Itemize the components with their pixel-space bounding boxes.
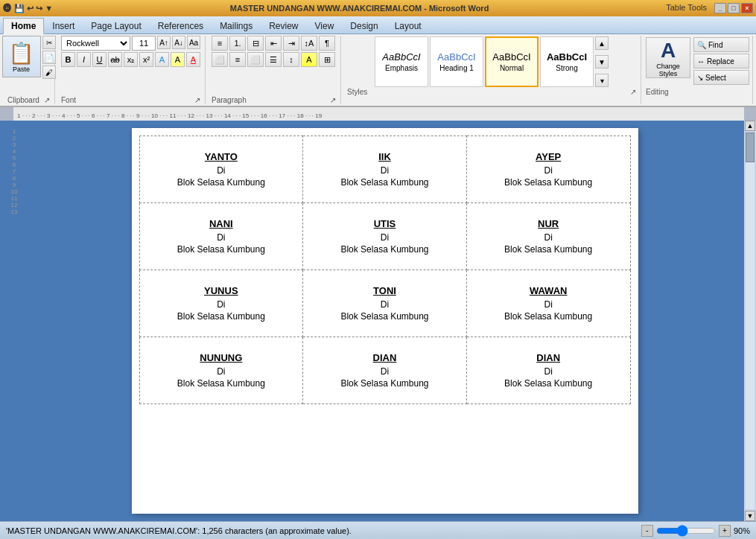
tab-page-layout[interactable]: Page Layout (83, 18, 149, 34)
styles-scroll-up[interactable]: ▲ (595, 36, 609, 50)
title-bar-title: MASTER UNDANGAN WWW.ANAKCIREMAI.COM - Mi… (53, 4, 666, 13)
tab-layout[interactable]: Layout (387, 18, 430, 34)
strikethrough-button[interactable]: ab (108, 52, 122, 67)
font-section: Rockwell A↑ A↓ Aa B I U ab x₂ x² A A A F… (57, 36, 206, 104)
borders-button[interactable]: ⊞ (319, 52, 335, 67)
bullets-button[interactable]: ≡ (212, 36, 228, 51)
table-tools-label: Table Tools (666, 3, 707, 13)
decrease-indent-button[interactable]: ⇤ (265, 36, 282, 51)
replace-label: Replace (707, 57, 734, 66)
invite-name: NUNUNG (147, 352, 296, 363)
editing-label: Editing (646, 88, 669, 96)
invite-loc: Blok Selasa Kumbung (147, 244, 296, 255)
invite-loc: Blok Selasa Kumbung (311, 244, 459, 255)
style-heading1[interactable]: AaBbCcI Heading 1 (430, 36, 483, 87)
font-color-button[interactable]: A (186, 52, 200, 67)
invite-loc: Blok Selasa Kumbung (311, 311, 459, 322)
replace-button[interactable]: ↔ Replace (693, 54, 749, 68)
invite-di: Di (474, 366, 623, 377)
shading-button[interactable]: A (301, 52, 317, 67)
style-strong-preview: AaBbCcI (547, 51, 587, 63)
align-left-button[interactable]: ⬜ (212, 52, 228, 67)
scrollbar[interactable]: ▲ ▼ (744, 121, 756, 521)
ruler: 1 · · · 2 · · · 3 · · · 4 · · · 5 · · · … (13, 107, 744, 121)
invite-name: YANTO (147, 151, 296, 162)
style-emphasis[interactable]: AaBbCcI Emphasis (375, 36, 428, 87)
styles-scroll-down[interactable]: ▼ (595, 55, 609, 68)
style-strong[interactable]: AaBbCcI Strong (540, 36, 594, 87)
styles-more[interactable]: ▾ (595, 74, 609, 87)
tab-design[interactable]: Design (342, 18, 386, 34)
numbering-button[interactable]: 1. (229, 36, 246, 51)
italic-button[interactable]: I (77, 52, 91, 67)
table-cell: YANTO Di Blok Selasa Kumbung (139, 136, 303, 203)
superscript-button[interactable]: x² (139, 52, 153, 67)
minimize-button[interactable]: _ (714, 3, 726, 13)
invite-loc: Blok Selasa Kumbung (311, 378, 459, 389)
copy-button[interactable]: 📄 (42, 51, 56, 64)
font-size-input[interactable] (132, 36, 156, 51)
font-grow-button[interactable]: A↑ (157, 36, 171, 49)
font-section-bottom: Font ↗ (61, 96, 200, 104)
tab-insert[interactable]: Insert (44, 18, 83, 34)
select-button[interactable]: ↘ Select (693, 70, 749, 85)
font-expand[interactable]: ↗ (194, 96, 200, 104)
zoom-out-button[interactable]: - (641, 525, 653, 537)
tab-home[interactable]: Home (3, 18, 44, 34)
invite-name: NUR (474, 218, 623, 229)
paragraph-expand[interactable]: ↗ (330, 96, 336, 104)
invite-di: Di (311, 299, 459, 310)
styles-scroll: ▲ ▼ ▾ (595, 36, 609, 87)
subscript-button[interactable]: x₂ (124, 52, 138, 67)
font-family-dropdown[interactable]: Rockwell (61, 36, 130, 51)
page: YANTO Di Blok Selasa Kumbung IIK Di Blok… (132, 128, 638, 514)
scroll-thumb[interactable] (746, 133, 755, 162)
show-formatting-button[interactable]: ¶ (319, 36, 335, 51)
clipboard-expand[interactable]: ↗ (44, 96, 50, 104)
styles-expand[interactable]: ↗ (630, 88, 636, 96)
zoom-slider[interactable] (656, 525, 716, 537)
clipboard-label: Clipboard (7, 96, 39, 104)
invite-di: Di (311, 232, 459, 243)
text-effects-button[interactable]: A (155, 52, 169, 67)
zoom-in-button[interactable]: + (719, 525, 731, 537)
status-bar: 'MASTER UNDANGAN WWW.ANAKCIREMAI.COM': 1… (0, 521, 756, 539)
find-button[interactable]: 🔍 Find (693, 37, 749, 52)
format-painter-button[interactable]: 🖌 (42, 66, 56, 79)
justify-button[interactable]: ☰ (265, 52, 282, 67)
style-emphasis-preview: AaBbCcI (382, 51, 420, 63)
close-button[interactable]: × (741, 3, 753, 13)
bold-button[interactable]: B (61, 52, 75, 67)
zoom-level: 90% (734, 526, 750, 535)
align-right-button[interactable]: ⬜ (247, 52, 264, 67)
style-normal[interactable]: AaBbCcI Normal (485, 36, 539, 87)
paste-button[interactable]: 📋 Paste (2, 36, 41, 77)
change-styles-group: A ChangeStyles 🔍 Find ↔ Replace ↘ Select (646, 37, 749, 85)
invite-name: DIAN (311, 352, 459, 363)
sort-button[interactable]: ↕A (301, 36, 317, 51)
align-center-button[interactable]: ≡ (229, 52, 246, 67)
line-spacing-button[interactable]: ↕ (283, 52, 299, 67)
invite-name: DIAN (474, 352, 623, 363)
tab-mailings[interactable]: Mailings (212, 18, 261, 34)
scroll-down-button[interactable]: ▼ (745, 511, 755, 521)
maximize-button[interactable]: □ (728, 3, 740, 13)
tab-references[interactable]: References (150, 18, 212, 34)
font-shrink-button[interactable]: A↓ (172, 36, 185, 49)
doc-area[interactable]: 12345678910111213 YANTO Di Blok Selasa K… (0, 121, 756, 521)
invite-di: Di (311, 366, 459, 377)
tab-review[interactable]: Review (261, 18, 306, 34)
paste-icon: 📋 (8, 41, 34, 66)
underline-button[interactable]: U (92, 52, 107, 67)
cut-button[interactable]: ✂ (42, 36, 56, 49)
highlight-button[interactable]: A (171, 52, 185, 67)
multilevel-button[interactable]: ⊟ (247, 36, 264, 51)
clear-formatting-button[interactable]: Aa (187, 36, 200, 49)
increase-indent-button[interactable]: ⇥ (283, 36, 299, 51)
change-styles-button[interactable]: A ChangeStyles (646, 37, 690, 78)
invite-loc: Blok Selasa Kumbung (474, 311, 623, 322)
scroll-track (746, 133, 755, 509)
scroll-up-button[interactable]: ▲ (745, 121, 755, 131)
status-text: 'MASTER UNDANGAN WWW.ANAKCIREMAI.COM': 1… (6, 526, 352, 535)
tab-view[interactable]: View (307, 18, 343, 34)
